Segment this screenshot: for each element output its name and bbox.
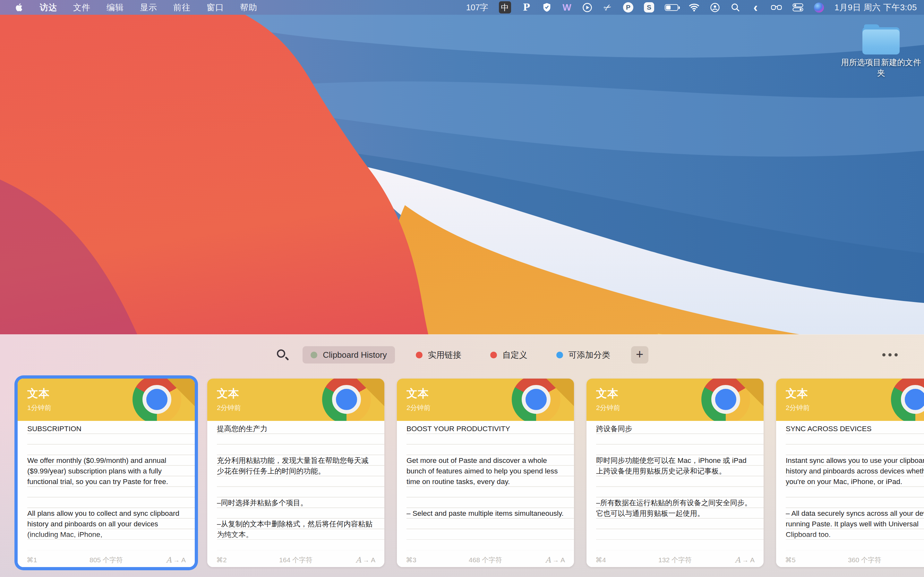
filter-label: 自定义 [502,350,527,361]
clipboard-card[interactable]: 文本2分钟前SYNC ACROSS DEVICESInstant sync al… [776,379,924,567]
glasses-icon[interactable] [771,1,782,14]
menu-item[interactable]: 帮助 [232,0,265,15]
card-char-count: 164 个字符 [279,556,312,564]
card-content: SUBSCRIPTIONWe offer monthly ($0.99/mont… [18,421,195,553]
card-paragraph: BOOST YOUR PRODUCTIVITY [407,424,565,434]
menu-item[interactable]: 前往 [165,0,199,15]
word-count-status[interactable]: 107字 [466,2,488,13]
card-shortcut: ⌘2 [216,556,227,564]
filter-label: 实用链接 [428,350,461,361]
shield-check-icon[interactable] [542,1,551,14]
card-paragraph: Instant sync allows you to use your clip… [786,455,924,487]
card-char-count: 132 个字符 [658,556,692,564]
card-corner-fold [736,379,764,406]
card-text-fade [586,533,764,553]
card-paragraph: –所有数据在运行粘贴的所有设备之间安全同步。 它也可以与通用剪贴板一起使用。 [596,498,754,519]
battery-icon[interactable] [665,1,678,14]
filter-dot-icon [416,351,423,358]
menu-item[interactable]: 文件 [65,0,99,15]
search-icon[interactable] [276,348,290,362]
card-shortcut: ⌘5 [785,556,796,564]
wispr-icon[interactable]: W [562,1,572,14]
clipboard-cards-row: 文本1分钟前SUBSCRIPTIONWe offer monthly ($0.9… [18,379,924,567]
card-footer: ⌘1805 个字符A→A [18,553,195,567]
chevron-left-icon[interactable]: ‹ [751,1,760,14]
card-footer: ⌘2164 个字符A→A [207,553,384,567]
clipboard-card[interactable]: 文本2分钟前提高您的生产力充分利用粘贴功能，发现大量旨在帮助您每天减少花在例行任… [207,379,384,567]
s-square-icon[interactable]: S [644,1,654,14]
clipboard-card[interactable]: 文本1分钟前SUBSCRIPTIONWe offer monthly ($0.9… [18,379,195,567]
desktop-folder[interactable]: 用所选项目新建的文件夹 [838,24,924,78]
remove-formatting-button[interactable]: A→A [166,556,186,564]
scissors-icon[interactable]: ✂ [603,1,612,14]
menu-item[interactable]: 窗口 [199,0,232,15]
folder-icon [863,24,900,55]
card-header: 文本2分钟前 [207,379,384,421]
card-paragraph: – Select and paste multiple items simult… [407,508,565,519]
card-char-count: 805 个字符 [89,556,123,564]
menu-bar-menus: 访达文件编辑显示前往窗口帮助 [7,0,265,15]
card-char-count: 468 个字符 [469,556,502,564]
play-circle-icon[interactable] [582,1,592,14]
p-circle-icon[interactable]: P [623,1,633,14]
clipboard-card[interactable]: 文本2分钟前BOOST YOUR PRODUCTIVITYGet more ou… [397,379,574,567]
menu-item[interactable]: 访达 [32,0,65,15]
card-text-fade [18,533,195,553]
card-corner-fold [167,379,195,406]
remove-formatting-button[interactable]: A→A [356,556,375,564]
paste-panel: Clipboard History实用链接自定义可添加分类 + 文本1分钟前SU… [0,334,924,577]
card-paragraph: SUBSCRIPTION [27,424,186,434]
card-paragraph: 充分利用粘贴功能，发现大量旨在帮助您每天减少花在例行任务上的时间的功能。 [217,455,375,476]
card-footer: ⌘3468 个字符A→A [397,553,574,567]
card-corner-fold [357,379,384,406]
filter-dot-icon [556,351,563,358]
siri-icon[interactable] [814,1,824,14]
card-footer: ⌘4132 个字符A→A [586,553,764,567]
card-content: 跨设备同步即时同步功能使您可以在 Mac，iPhone 或 iPad 上跨设备使… [586,421,764,553]
spotlight-search-icon[interactable] [730,1,740,14]
user-account-icon[interactable] [710,1,720,14]
menu-bar: 访达文件编辑显示前往窗口帮助 107字 中 PW✂PS‹ 1月9日 周六 下午3… [0,0,924,15]
card-header: 文本2分钟前 [586,379,764,421]
filter-row: Clipboard History实用链接自定义可添加分类 + [0,346,924,364]
input-method-icon[interactable]: 中 [499,1,511,13]
filter-label: Clipboard History [323,350,387,360]
card-paragraph: 提高您的生产力 [217,424,375,434]
remove-formatting-button[interactable]: A→A [545,556,565,564]
card-paragraph: Get more out of Paste and discover a who… [407,455,565,487]
menu-bar-clock[interactable]: 1月9日 周六 下午3:05 [835,2,917,13]
card-header: 文本2分钟前 [397,379,574,421]
more-options-button[interactable] [879,350,901,359]
card-text-fade [776,533,924,553]
filter-pill[interactable]: Clipboard History [302,346,395,364]
menu-bar-status: 107字 中 PW✂PS‹ 1月9日 周六 下午3:05 [466,1,917,14]
menu-item[interactable]: 显示 [132,0,165,15]
card-corner-fold [546,379,574,406]
card-shortcut: ⌘4 [596,556,606,564]
menu-item[interactable]: 编辑 [99,0,132,15]
filter-pill[interactable]: 实用链接 [408,346,469,364]
card-header: 文本1分钟前 [18,379,195,421]
card-paragraph: 跨设备同步 [596,424,754,434]
card-shortcut: ⌘3 [406,556,417,564]
clipboard-card[interactable]: 文本2分钟前跨设备同步即时同步功能使您可以在 Mac，iPhone 或 iPad… [586,379,764,567]
filter-dot-icon [310,351,317,358]
paste-icon[interactable]: P [522,1,531,14]
filter-pill[interactable]: 自定义 [482,346,535,364]
filter-dot-icon [490,351,497,358]
wifi-icon[interactable] [689,1,699,14]
filter-pill[interactable]: 可添加分类 [548,346,618,364]
card-content: SYNC ACROSS DEVICESInstant sync allows y… [776,421,924,553]
card-paragraph: SYNC ACROSS DEVICES [786,424,924,434]
control-center-icon[interactable] [792,1,803,14]
chrome-icon [891,379,924,421]
card-paragraph: –同时选择并粘贴多个项目。 [217,498,375,508]
add-category-button[interactable]: + [631,346,648,364]
card-char-count: 360 个字符 [848,556,881,564]
card-header: 文本2分钟前 [776,379,924,421]
card-paragraph: We offer monthly ($0.99/month) and annua… [27,455,186,487]
apple-menu[interactable] [7,3,32,12]
card-shortcut: ⌘1 [27,556,37,564]
card-content: 提高您的生产力充分利用粘贴功能，发现大量旨在帮助您每天减少花在例行任务上的时间的… [207,421,384,553]
remove-formatting-button[interactable]: A→A [735,556,754,564]
